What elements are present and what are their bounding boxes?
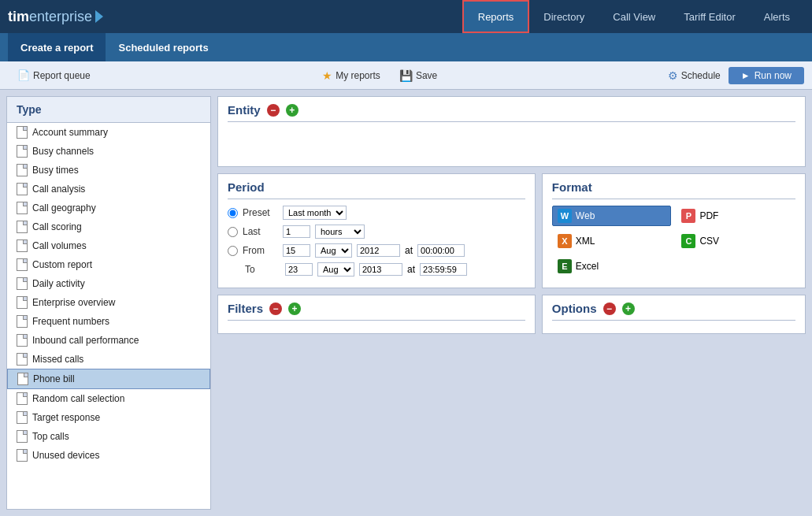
type-list-item-busy_times[interactable]: Busy times — [7, 161, 210, 180]
main-content: Type Account summaryBusy channelsBusy ti… — [0, 90, 812, 516]
type-list-item-account_summary[interactable]: Account summary — [7, 123, 210, 142]
to-time-input[interactable] — [420, 263, 467, 276]
doc-icon — [17, 315, 28, 328]
type-list-item-custom_report[interactable]: Custom report — [7, 255, 210, 274]
doc-icon — [17, 353, 28, 366]
filters-panel: Filters − + — [217, 295, 536, 334]
csv-icon: C — [681, 234, 695, 248]
run-now-button[interactable]: ► Run now — [729, 67, 804, 84]
from-day-input[interactable] — [283, 244, 310, 257]
period-panel-header: Period — [228, 180, 525, 199]
options-add-button[interactable]: + — [622, 303, 635, 315]
entity-panel: Entity − + — [217, 96, 806, 167]
star-icon: ★ — [322, 69, 332, 82]
nav-tab-call-view[interactable]: Call View — [599, 0, 669, 33]
type-list-item-top_calls[interactable]: Top calls — [7, 427, 210, 446]
type-panel-header: Type — [7, 97, 210, 123]
lower-panels: Period Preset Last month This month Last… — [217, 173, 806, 288]
type-list-item-daily_activity[interactable]: Daily activity — [7, 274, 210, 293]
format-excel[interactable]: E Excel — [552, 256, 672, 277]
type-list-item-random_call_selection[interactable]: Random call selection — [7, 389, 210, 408]
queue-icon: 📄 — [17, 69, 30, 82]
top-navigation: timenterprise Reports Directory Call Vie… — [0, 0, 812, 33]
type-list-item-call_geography[interactable]: Call geography — [7, 199, 210, 217]
filters-options-row: Filters − + Options − + — [217, 295, 806, 334]
type-list-item-frequent_numbers[interactable]: Frequent numbers — [7, 312, 210, 331]
type-list-item-call_scoring[interactable]: Call scoring — [7, 217, 210, 236]
xml-icon: X — [558, 234, 572, 248]
pdf-icon: P — [681, 209, 695, 223]
web-icon: W — [558, 209, 572, 223]
sub-tab-scheduled-reports[interactable]: Scheduled reports — [106, 33, 221, 61]
options-remove-button[interactable]: − — [603, 303, 616, 315]
doc-icon — [17, 258, 28, 271]
type-list-item-phone_bill[interactable]: Phone bill — [7, 369, 210, 389]
period-preset-row: Preset Last month This month Last week T… — [228, 206, 525, 220]
preset-select[interactable]: Last month This month Last week Today Ye… — [283, 206, 347, 220]
sub-tab-create-report[interactable]: Create a report — [8, 33, 106, 61]
type-list-item-unused_devices[interactable]: Unused devices — [7, 446, 210, 465]
last-radio[interactable] — [228, 227, 238, 237]
my-reports-button[interactable]: ★ My reports — [313, 69, 390, 82]
type-list-item-target_response[interactable]: Target response — [7, 408, 210, 427]
doc-icon — [17, 373, 28, 385]
doc-icon — [17, 183, 28, 195]
to-year-input[interactable] — [359, 263, 402, 276]
type-panel: Type Account summaryBusy channelsBusy ti… — [6, 96, 211, 510]
doc-icon — [17, 449, 28, 462]
format-csv[interactable]: C CSV — [676, 231, 795, 251]
doc-icon — [17, 239, 28, 252]
from-month-select[interactable]: AugJanFebMar AprMayJunJul SepOctNovDec — [315, 243, 352, 258]
type-list-item-enterprise_overview[interactable]: Enterprise overview — [7, 293, 210, 312]
format-web[interactable]: W Web — [552, 206, 672, 226]
from-year-input[interactable] — [357, 244, 400, 257]
period-to-row: To AugJanFebMar AprMayJunJul SepOctNovDe… — [228, 262, 525, 277]
schedule-button[interactable]: ⚙ Schedule — [660, 69, 729, 82]
filters-add-button[interactable]: + — [288, 303, 301, 315]
sub-navigation: Create a report Scheduled reports — [0, 33, 812, 61]
preset-radio[interactable] — [228, 208, 238, 218]
type-list-item-missed_calls[interactable]: Missed calls — [7, 350, 210, 369]
schedule-icon: ⚙ — [668, 69, 678, 82]
save-button[interactable]: 💾 Save — [390, 69, 447, 82]
report-queue-button[interactable]: 📄 Report queue — [8, 69, 100, 82]
doc-icon — [17, 411, 28, 424]
format-pdf[interactable]: P PDF — [676, 206, 795, 226]
nav-tab-alerts[interactable]: Alerts — [750, 0, 804, 33]
type-list-item-inbound_call_performance[interactable]: Inbound call performance — [7, 331, 210, 350]
doc-icon — [17, 296, 28, 309]
doc-icon — [17, 277, 28, 290]
doc-icon — [17, 145, 28, 158]
last-unit-select[interactable]: hours days weeks months — [315, 225, 365, 239]
doc-icon — [17, 221, 28, 233]
to-month-select[interactable]: AugJanFebMar AprMayJunJul SepOctNovDec — [317, 262, 354, 277]
logo-arrow-icon — [95, 10, 103, 23]
from-time-input[interactable] — [417, 244, 465, 257]
entity-add-button[interactable]: + — [286, 104, 298, 117]
format-panel: Format W Web P PDF X XML — [542, 173, 806, 288]
logo-enterprise: enterprise — [29, 9, 92, 25]
to-day-input[interactable] — [285, 263, 313, 276]
runnow-icon: ► — [741, 70, 751, 81]
type-list-item-call_volumes[interactable]: Call volumes — [7, 236, 210, 255]
nav-tab-tariff-editor[interactable]: Tariff Editor — [669, 0, 750, 33]
format-xml[interactable]: X XML — [552, 231, 672, 251]
save-icon: 💾 — [399, 69, 413, 82]
last-value-input[interactable] — [283, 225, 310, 238]
entity-panel-header: Entity − + — [228, 103, 795, 122]
toolbar: 📄 Report queue ★ My reports 💾 Save ⚙ Sch… — [0, 61, 812, 90]
filters-panel-header: Filters − + — [228, 302, 525, 321]
options-panel-header: Options − + — [552, 302, 795, 321]
nav-tab-reports[interactable]: Reports — [462, 0, 530, 33]
from-radio[interactable] — [228, 246, 238, 256]
doc-icon — [17, 126, 28, 139]
type-list-item-call_analysis[interactable]: Call analysis — [7, 180, 210, 199]
doc-icon — [17, 392, 28, 405]
type-list-item-busy_channels[interactable]: Busy channels — [7, 142, 210, 161]
filters-remove-button[interactable]: − — [269, 303, 282, 315]
format-panel-header: Format — [552, 180, 795, 199]
entity-remove-button[interactable]: − — [267, 104, 280, 117]
app-logo: timenterprise — [8, 9, 103, 25]
nav-tab-directory[interactable]: Directory — [529, 0, 599, 33]
doc-icon — [17, 202, 28, 214]
